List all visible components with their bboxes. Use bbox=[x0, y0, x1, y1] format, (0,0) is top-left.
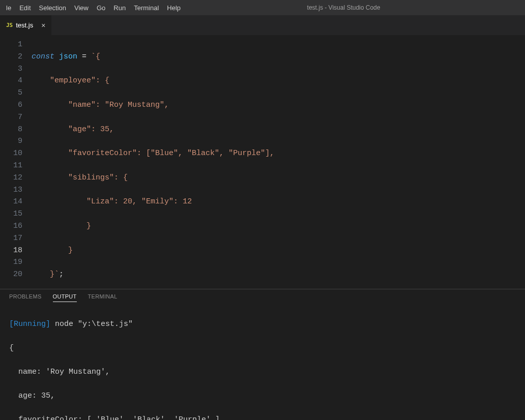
bottom-panel: PROBLEMS OUTPUT TERMINAL [Running] node … bbox=[0, 289, 525, 420]
code-editor[interactable]: 12345 678910 1112131415 1617181920 const… bbox=[0, 36, 525, 289]
running-tag: [Running] bbox=[9, 320, 50, 328]
menu-view[interactable]: View bbox=[70, 2, 93, 14]
tab-problems[interactable]: PROBLEMS bbox=[9, 293, 42, 302]
menubar: le Edit Selection View Go Run Terminal H… bbox=[0, 0, 525, 15]
menu-run[interactable]: Run bbox=[109, 2, 130, 14]
output-line: age: 35, bbox=[9, 390, 516, 402]
close-icon[interactable]: × bbox=[41, 21, 45, 29]
tab-terminal[interactable]: TERMINAL bbox=[88, 293, 118, 302]
menu-terminal[interactable]: Terminal bbox=[130, 2, 163, 14]
line-number-gutter: 12345 678910 1112131415 1617181920 bbox=[0, 36, 32, 289]
menu-selection[interactable]: Selection bbox=[35, 2, 70, 14]
menu-file[interactable]: le bbox=[2, 2, 15, 14]
javascript-file-icon: JS bbox=[6, 22, 13, 28]
menu-go[interactable]: Go bbox=[93, 2, 109, 14]
editor-tabs: JS test.js × bbox=[0, 15, 525, 36]
window-title: test.js - Visual Studio Code bbox=[185, 4, 503, 11]
tab-filename: test.js bbox=[16, 21, 33, 29]
panel-tabs: PROBLEMS OUTPUT TERMINAL bbox=[0, 289, 525, 305]
code-area[interactable]: const json = `{ "employee": { "name": "R… bbox=[32, 36, 525, 289]
output-line: name: 'Roy Mustang', bbox=[9, 366, 516, 378]
output-line: favoriteColor: [ 'Blue', 'Black', 'Purpl… bbox=[9, 414, 516, 421]
output-line: { bbox=[9, 342, 516, 354]
tab-output[interactable]: OUTPUT bbox=[53, 293, 77, 302]
tab-test-js[interactable]: JS test.js × bbox=[0, 15, 52, 35]
menu-help[interactable]: Help bbox=[163, 2, 185, 14]
output-panel[interactable]: [Running] node "y:\test.js" { name: 'Roy… bbox=[0, 305, 525, 420]
menu-edit[interactable]: Edit bbox=[15, 2, 35, 14]
running-command: node "y:\test.js" bbox=[50, 320, 133, 328]
